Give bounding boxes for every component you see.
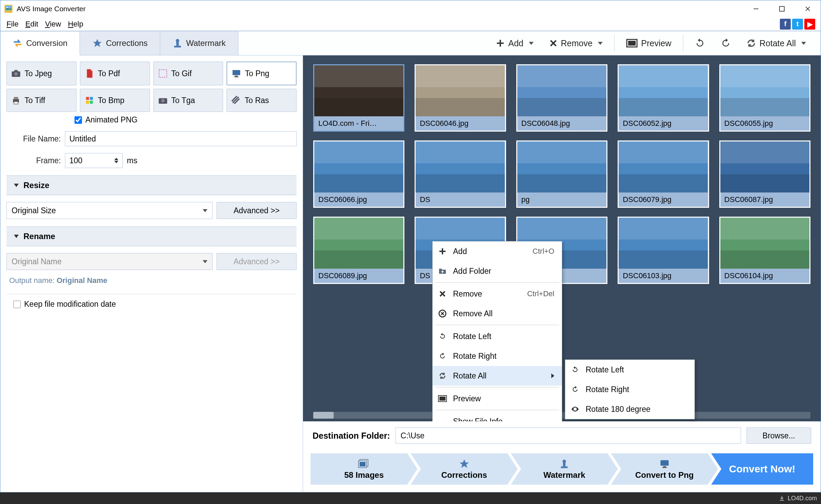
stamp-icon [559,458,569,470]
tab-watermark[interactable]: Watermark [160,31,238,55]
minimize-button[interactable] [743,1,769,16]
facebook-icon[interactable]: f [780,19,791,30]
close-button[interactable] [795,1,821,16]
checkbox-icon[interactable] [13,301,21,308]
thumb-image [314,218,403,269]
format-png-button[interactable]: To Png [227,62,297,85]
thumbnail[interactable]: LO4D.com - Fri… [313,64,404,132]
thumbnail[interactable]: DSC06048.jpg [516,64,607,132]
camera-icon [158,95,168,105]
tab-conversion[interactable]: Conversion [0,31,80,55]
crumb-convert-to[interactable]: Convert to Png [611,453,718,485]
rename-header[interactable]: Rename [6,226,297,246]
thumb-image [517,141,606,192]
ctx-remove[interactable]: RemoveCtrl+Del [433,284,562,304]
frame-input[interactable]: 100 [65,153,123,168]
rotate-left-icon [437,331,448,341]
format-pdf-button[interactable]: To Pdf [80,62,150,85]
rename-select[interactable]: Original Name [6,253,213,270]
x-icon [437,289,448,299]
resize-select[interactable]: Original Size [6,202,213,219]
svg-rect-57 [619,174,708,192]
format-bmp-button[interactable]: To Bmp [80,89,150,112]
svg-rect-42 [619,98,708,116]
thumbnail[interactable]: DSC06079.jpg [618,140,709,208]
thumbnail[interactable]: DSC06103.jpg [618,217,709,284]
chevron-down-icon [598,42,603,45]
keep-date-checkbox[interactable]: Keep file modification date [13,300,297,309]
ctx-rotate-left[interactable]: Rotate Left [433,326,562,346]
twitter-icon[interactable]: t [792,19,803,30]
keep-date-label: Keep file modification date [24,300,116,309]
resize-header[interactable]: Resize [6,175,297,195]
ctx-add[interactable]: AddCtrl+O [433,241,562,261]
format-ras-button[interactable]: To Ras [227,89,297,112]
animated-png-checkbox[interactable]: Animated PNG [74,115,297,124]
tab-corrections[interactable]: Corrections [80,31,160,55]
scrollbar-handle[interactable] [313,412,334,419]
youtube-icon[interactable]: ▶ [804,19,815,30]
menu-view[interactable]: View [41,18,64,30]
maximize-button[interactable] [769,1,795,16]
sub-rotate-left[interactable]: Rotate Left [565,360,694,380]
separator [614,35,615,52]
menubar: File Edit View Help f t ▶ [0,17,821,31]
thumbnail[interactable]: DS [415,140,506,208]
resize-advanced-button[interactable]: Advanced >> [217,202,297,219]
format-jpeg-button[interactable]: To Jpeg [6,62,77,85]
crumb-images[interactable]: 58 Images [311,453,418,485]
monitor-icon [659,458,670,470]
ctx-remove-all[interactable]: Remove All [433,304,562,323]
thumbnail[interactable]: DSC06089.jpg [313,217,404,284]
ctx-preview[interactable]: Preview [433,389,562,408]
thumbnail[interactable]: DSC06052.jpg [618,64,709,132]
svg-rect-36 [416,98,505,116]
frame-label: Frame: [6,156,61,165]
menu-file[interactable]: File [3,18,22,30]
thumbnail[interactable]: DSC06066.jpg [313,140,404,208]
add-button[interactable]: Add [490,36,539,51]
thumbnail[interactable]: DSC06055.jpg [719,64,810,132]
ctx-rotate-all[interactable]: Rotate All [433,366,562,386]
thumb-image [314,65,403,116]
rotate-right-button[interactable] [715,35,737,51]
destination-input[interactable] [396,427,741,444]
main: LO4D.com - Fri… DSC06046.jpg DSC06048.jp… [303,55,821,492]
rotate-all-button[interactable]: Rotate All [740,36,812,51]
spinner-icon[interactable] [114,158,118,163]
thumbnail[interactable]: DSC06046.jpg [415,64,506,132]
format-label: To Pdf [98,69,120,78]
sub-rotate-right[interactable]: Rotate Right [565,380,694,399]
ctx-rotate-right[interactable]: Rotate Right [433,346,562,366]
checkbox-icon[interactable] [74,116,82,124]
remove-button[interactable]: Remove [543,36,609,51]
format-label: To Tga [171,96,195,105]
add-label: Add [508,38,523,48]
svg-rect-19 [159,70,167,78]
svg-rect-46 [720,65,809,87]
convert-now-button[interactable]: Convert Now! [711,453,813,485]
separator [435,387,559,387]
rotate-left-button[interactable] [689,35,711,51]
crumb-watermark[interactable]: Watermark [511,453,618,485]
thumbnail[interactable]: DSC06104.jpg [719,217,810,284]
format-tiff-button[interactable]: To Tiff [6,89,77,112]
svg-rect-73 [619,218,708,239]
preview-button[interactable]: Preview [620,36,677,51]
thumb-image [416,141,505,192]
format-gif-button[interactable]: To Gif [153,62,223,85]
preview-icon [437,393,448,404]
format-tga-button[interactable]: To Tga [153,89,223,112]
thumbnail[interactable]: DSC06087.jpg [719,140,810,208]
menu-edit[interactable]: Edit [22,18,41,30]
ctx-show-info[interactable]: Show File Info [433,411,562,421]
menu-help[interactable]: Help [65,18,87,30]
filename-input[interactable] [65,131,297,146]
crumb-corrections[interactable]: Corrections [411,453,518,485]
thumbnail[interactable]: pg [516,140,607,208]
ctx-add-folder[interactable]: Add Folder [433,261,562,281]
sub-rotate-180[interactable]: Rotate 180 degree [565,399,694,419]
thumb-caption: DSC06104.jpg [720,269,809,283]
rotate-right-icon [437,351,448,361]
browse-button[interactable]: Browse... [747,427,811,444]
